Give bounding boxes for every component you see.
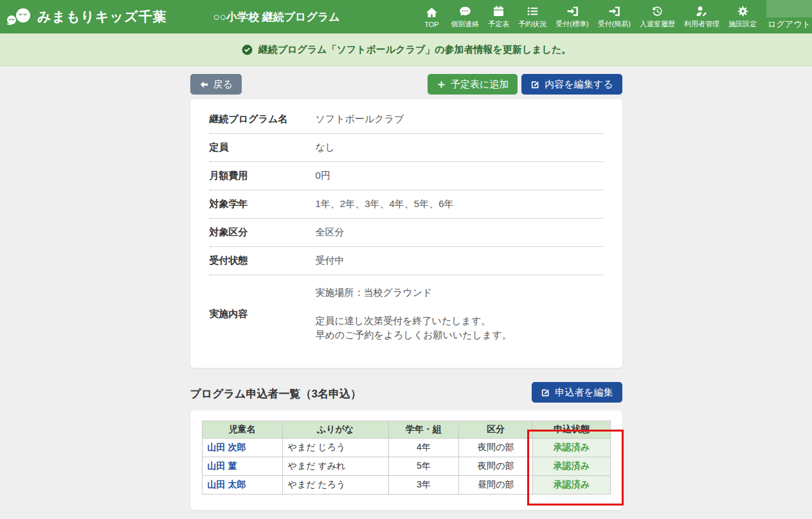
nav-item-top[interactable]: TOP (417, 3, 446, 31)
toolbar: 戻る 予定表に追加 内容を編集する (190, 74, 622, 95)
nav-item-user-management[interactable]: 利用者管理 (680, 2, 724, 32)
grade-cell: 3年 (388, 476, 458, 495)
table-header-row: 児童名 ふりがな 学年・組 区分 申込状態 (202, 421, 610, 439)
nav-item-reception-standard[interactable]: 受付(標準) (551, 2, 593, 32)
col-header-child-name: 児童名 (202, 421, 282, 439)
app-logo[interactable]: みまもりキッズ千葉 (5, 6, 167, 28)
child-name-cell: 山田 次郎 (202, 439, 282, 457)
col-header-furigana: ふりがな (282, 421, 388, 439)
top-navigation-bar: みまもりキッズ千葉 ○○小学校 継続プログラム TOP 個別連絡 予定表 予約状 (0, 0, 812, 33)
app-logo-text: みまもりキッズ千葉 (37, 8, 167, 26)
nav-item-schedule[interactable]: 予定表 (483, 2, 514, 32)
detail-row: 対象学年 1年、2年、3年、4年、5年、6年 (210, 190, 603, 219)
toolbar-right-group: 予定表に追加 内容を編集する (428, 74, 622, 95)
child-name-link[interactable]: 山田 太郎 (208, 479, 246, 489)
category-cell: 夜間の部 (458, 439, 533, 457)
detail-label: 対象区分 (210, 226, 316, 239)
logout-button[interactable]: ログアウト (766, 0, 812, 30)
logout-highlight-block (766, 0, 812, 17)
nav-item-individual-contact[interactable]: 個別連絡 (446, 2, 483, 32)
detail-row: 定員 なし (210, 134, 603, 162)
plus-icon (437, 80, 446, 89)
detail-value: 全区分 (316, 226, 345, 239)
success-banner: 継続プログラム「ソフトボールクラブ」の参加者情報を更新しました。 (0, 33, 812, 66)
status-cell: 承認済み (533, 457, 610, 476)
grade-cell: 4年 (388, 439, 458, 457)
detail-row: 対象区分 全区分 (210, 219, 603, 247)
applicants-table: 児童名 ふりがな 学年・組 区分 申込状態 山田 次郎 やまだ じろう 4年 夜… (202, 421, 611, 495)
edit-content-button[interactable]: 内容を編集する (521, 74, 622, 95)
table-row: 山田 太郎 やまだ たろう 3年 昼間の部 承認済み (202, 476, 610, 495)
success-message: 継続プログラム「ソフトボールクラブ」の参加者情報を更新しました。 (258, 44, 572, 56)
sign-in-icon (608, 5, 620, 17)
main-nav: TOP 個別連絡 予定表 予約状況 受付(標準) (417, 2, 761, 32)
detail-label: 実施内容 (210, 308, 316, 320)
mascot-bird-icon (5, 6, 35, 28)
detail-label: 受付状態 (210, 255, 316, 267)
status-cell: 承認済み (533, 439, 610, 457)
nav-item-reservation-status[interactable]: 予約状況 (514, 2, 551, 32)
nav-item-facility-settings[interactable]: 施設設定 (724, 2, 761, 32)
table-row: 山田 次郎 やまだ じろう 4年 夜間の部 承認済み (202, 439, 610, 457)
check-circle-icon (241, 44, 253, 56)
edit-icon (541, 388, 550, 397)
grade-cell: 5年 (388, 457, 458, 476)
program-details-card: 継続プログラム名 ソフトボールクラブ 定員 なし 月額費用 0円 対象学年 1年… (190, 99, 622, 368)
home-icon (426, 6, 438, 19)
calendar-icon (492, 5, 505, 17)
main-content: 戻る 予定表に追加 内容を編集する 継続プログラム名 ソフトボールクラブ 定員 … (190, 66, 622, 510)
child-name-link[interactable]: 山田 菫 (208, 460, 237, 471)
detail-row: 月額費用 0円 (210, 162, 603, 190)
furigana-cell: やまだ たろう (282, 476, 388, 495)
detail-value: なし (316, 141, 336, 154)
furigana-cell: やまだ じろう (282, 439, 388, 457)
col-header-application-status: 申込状態 (533, 421, 610, 439)
detail-value: 実施場所：当校グラウンド 定員に達し次第受付を終了いたします。 早めのご予約をよ… (316, 286, 512, 342)
detail-label: 継続プログラム名 (210, 113, 316, 125)
detail-value: 0円 (316, 170, 330, 182)
page-title: ○○小学校 継続プログラム (213, 10, 339, 24)
child-name-cell: 山田 菫 (202, 457, 282, 476)
applicants-heading: プログラム申込者一覧（3名申込） (190, 387, 361, 403)
back-button[interactable]: 戻る (190, 74, 242, 95)
gear-icon (737, 5, 749, 17)
history-icon (651, 5, 663, 17)
category-cell: 夜間の部 (458, 457, 533, 476)
edit-applicants-button[interactable]: 申込者を編集 (532, 382, 622, 403)
add-to-schedule-button[interactable]: 予定表に追加 (428, 74, 518, 95)
detail-value: 受付中 (316, 255, 345, 267)
applicants-table-wrap: 児童名 ふりがな 学年・組 区分 申込状態 山田 次郎 やまだ じろう 4年 夜… (202, 421, 611, 495)
detail-row: 実施内容 実施場所：当校グラウンド 定員に達し次第受付を終了いたします。 早めの… (210, 275, 603, 356)
child-name-link[interactable]: 山田 次郎 (208, 442, 246, 452)
status-cell: 承認済み (533, 476, 610, 495)
applicants-table-card: 児童名 ふりがな 学年・組 区分 申込状態 山田 次郎 やまだ じろう 4年 夜… (190, 410, 622, 510)
arrow-left-icon (199, 80, 209, 89)
col-header-category: 区分 (458, 421, 533, 439)
list-icon (527, 5, 539, 17)
table-row: 山田 菫 やまだ すみれ 5年 夜間の部 承認済み (202, 457, 610, 476)
col-header-grade-class: 学年・組 (388, 421, 458, 439)
category-cell: 昼間の部 (458, 476, 533, 495)
detail-row: 受付状態 受付中 (210, 247, 603, 275)
nav-item-reception-simple[interactable]: 受付(簡易) (593, 2, 635, 32)
sign-in-icon (566, 5, 579, 17)
comment-icon (459, 5, 471, 17)
edit-icon (530, 80, 540, 89)
detail-label: 定員 (210, 141, 316, 154)
detail-value: ソフトボールクラブ (316, 113, 404, 125)
child-name-cell: 山田 太郎 (202, 476, 282, 495)
detail-row: 継続プログラム名 ソフトボールクラブ (210, 105, 603, 134)
applicants-section-header: プログラム申込者一覧（3名申込） 申込者を編集 (190, 382, 622, 403)
nav-item-entry-exit-history[interactable]: 入退室履歴 (635, 2, 680, 32)
user-edit-icon (696, 5, 708, 17)
detail-value: 1年、2年、3年、4年、5年、6年 (316, 198, 454, 210)
detail-label: 月額費用 (210, 170, 316, 182)
furigana-cell: やまだ すみれ (282, 457, 388, 476)
detail-label: 対象学年 (210, 198, 316, 210)
